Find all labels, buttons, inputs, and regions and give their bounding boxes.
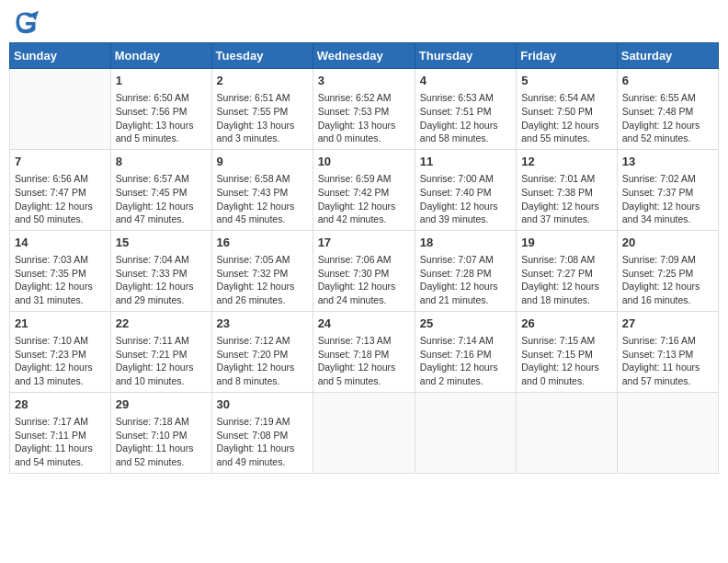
day-number: 6 <box>622 73 713 89</box>
calendar-day-cell: 28Sunrise: 7:17 AMSunset: 7:11 PMDayligh… <box>10 392 111 473</box>
day-info: Sunrise: 7:18 AMSunset: 7:10 PMDaylight:… <box>116 415 207 469</box>
calendar-week-row: 7Sunrise: 6:56 AMSunset: 7:47 PMDaylight… <box>10 149 719 230</box>
calendar-week-row: 28Sunrise: 7:17 AMSunset: 7:11 PMDayligh… <box>10 392 719 473</box>
calendar-day-cell: 1Sunrise: 6:50 AMSunset: 7:56 PMDaylight… <box>110 69 211 150</box>
calendar: SundayMondayTuesdayWednesdayThursdayFrid… <box>9 42 719 474</box>
day-info: Sunrise: 7:15 AMSunset: 7:15 PMDaylight:… <box>521 334 612 388</box>
day-number: 24 <box>318 316 410 332</box>
day-number: 30 <box>217 396 308 413</box>
weekday-header: Thursday <box>415 43 516 69</box>
calendar-day-cell: 12Sunrise: 7:01 AMSunset: 7:38 PMDayligh… <box>517 149 618 230</box>
day-info: Sunrise: 7:07 AMSunset: 7:28 PMDaylight:… <box>420 253 511 307</box>
day-number: 16 <box>217 235 308 251</box>
day-info: Sunrise: 7:11 AMSunset: 7:21 PMDaylight:… <box>116 334 207 388</box>
day-number: 27 <box>622 316 713 332</box>
day-number: 25 <box>420 316 511 332</box>
day-info: Sunrise: 7:01 AMSunset: 7:38 PMDaylight:… <box>521 172 612 226</box>
day-number: 18 <box>420 235 511 251</box>
calendar-day-cell: 14Sunrise: 7:03 AMSunset: 7:35 PMDayligh… <box>10 230 111 311</box>
day-info: Sunrise: 7:14 AMSunset: 7:16 PMDaylight:… <box>420 334 511 388</box>
day-info: Sunrise: 7:10 AMSunset: 7:23 PMDaylight:… <box>15 334 106 388</box>
calendar-day-cell: 18Sunrise: 7:07 AMSunset: 7:28 PMDayligh… <box>415 230 516 311</box>
logo-icon <box>13 9 39 35</box>
weekday-header: Tuesday <box>211 43 313 69</box>
calendar-day-cell: 30Sunrise: 7:19 AMSunset: 7:08 PMDayligh… <box>211 392 313 473</box>
day-number: 23 <box>217 316 308 332</box>
calendar-day-cell: 26Sunrise: 7:15 AMSunset: 7:15 PMDayligh… <box>517 311 618 392</box>
calendar-day-cell: 29Sunrise: 7:18 AMSunset: 7:10 PMDayligh… <box>110 392 211 473</box>
calendar-day-cell: 13Sunrise: 7:02 AMSunset: 7:37 PMDayligh… <box>617 149 718 230</box>
day-info: Sunrise: 6:55 AMSunset: 7:48 PMDaylight:… <box>622 91 713 145</box>
calendar-day-cell: 23Sunrise: 7:12 AMSunset: 7:20 PMDayligh… <box>211 311 313 392</box>
calendar-day-cell: 19Sunrise: 7:08 AMSunset: 7:27 PMDayligh… <box>517 230 618 311</box>
calendar-day-cell: 2Sunrise: 6:51 AMSunset: 7:55 PMDaylight… <box>211 69 313 150</box>
calendar-day-cell: 10Sunrise: 6:59 AMSunset: 7:42 PMDayligh… <box>313 149 415 230</box>
day-number: 28 <box>15 396 106 413</box>
calendar-day-cell: 9Sunrise: 6:58 AMSunset: 7:43 PMDaylight… <box>211 149 313 230</box>
calendar-day-cell: 21Sunrise: 7:10 AMSunset: 7:23 PMDayligh… <box>10 311 111 392</box>
calendar-day-cell: 16Sunrise: 7:05 AMSunset: 7:32 PMDayligh… <box>211 230 313 311</box>
day-number: 11 <box>420 154 511 170</box>
day-info: Sunrise: 7:09 AMSunset: 7:25 PMDaylight:… <box>622 253 713 307</box>
day-info: Sunrise: 6:51 AMSunset: 7:55 PMDaylight:… <box>217 91 308 145</box>
day-number: 9 <box>217 154 308 170</box>
day-number: 21 <box>15 316 106 332</box>
day-info: Sunrise: 6:54 AMSunset: 7:50 PMDaylight:… <box>521 91 612 145</box>
day-number: 19 <box>521 235 612 251</box>
day-info: Sunrise: 7:03 AMSunset: 7:35 PMDaylight:… <box>15 253 106 307</box>
calendar-header-row: SundayMondayTuesdayWednesdayThursdayFrid… <box>10 43 719 69</box>
calendar-day-cell <box>415 392 516 473</box>
calendar-day-cell <box>517 392 618 473</box>
calendar-day-cell: 3Sunrise: 6:52 AMSunset: 7:53 PMDaylight… <box>313 69 415 150</box>
calendar-day-cell: 7Sunrise: 6:56 AMSunset: 7:47 PMDaylight… <box>10 149 111 230</box>
calendar-week-row: 14Sunrise: 7:03 AMSunset: 7:35 PMDayligh… <box>10 230 719 311</box>
day-info: Sunrise: 7:17 AMSunset: 7:11 PMDaylight:… <box>15 415 106 469</box>
calendar-day-cell: 6Sunrise: 6:55 AMSunset: 7:48 PMDaylight… <box>617 69 718 150</box>
day-number: 20 <box>622 235 713 251</box>
day-number: 22 <box>116 316 207 332</box>
weekday-header: Sunday <box>10 43 111 69</box>
day-info: Sunrise: 6:50 AMSunset: 7:56 PMDaylight:… <box>116 91 207 145</box>
day-info: Sunrise: 7:04 AMSunset: 7:33 PMDaylight:… <box>116 253 207 307</box>
weekday-header: Monday <box>110 43 211 69</box>
day-info: Sunrise: 7:12 AMSunset: 7:20 PMDaylight:… <box>217 334 308 388</box>
day-info: Sunrise: 7:06 AMSunset: 7:30 PMDaylight:… <box>318 253 410 307</box>
day-info: Sunrise: 7:00 AMSunset: 7:40 PMDaylight:… <box>420 172 511 226</box>
day-number: 3 <box>318 73 410 89</box>
weekday-header: Wednesday <box>313 43 415 69</box>
day-number: 2 <box>217 73 308 89</box>
day-number: 17 <box>318 235 410 251</box>
calendar-day-cell: 11Sunrise: 7:00 AMSunset: 7:40 PMDayligh… <box>415 149 516 230</box>
day-info: Sunrise: 7:08 AMSunset: 7:27 PMDaylight:… <box>521 253 612 307</box>
day-number: 5 <box>521 73 612 89</box>
day-info: Sunrise: 6:53 AMSunset: 7:51 PMDaylight:… <box>420 91 511 145</box>
day-number: 12 <box>521 154 612 170</box>
calendar-day-cell: 4Sunrise: 6:53 AMSunset: 7:51 PMDaylight… <box>415 69 516 150</box>
weekday-header: Friday <box>517 43 618 69</box>
calendar-day-cell: 5Sunrise: 6:54 AMSunset: 7:50 PMDaylight… <box>517 69 618 150</box>
calendar-day-cell: 8Sunrise: 6:57 AMSunset: 7:45 PMDaylight… <box>110 149 211 230</box>
day-number: 13 <box>622 154 713 170</box>
day-number: 1 <box>116 73 207 89</box>
day-info: Sunrise: 7:02 AMSunset: 7:37 PMDaylight:… <box>622 172 713 226</box>
calendar-day-cell: 24Sunrise: 7:13 AMSunset: 7:18 PMDayligh… <box>313 311 415 392</box>
day-number: 10 <box>318 154 410 170</box>
day-info: Sunrise: 7:16 AMSunset: 7:13 PMDaylight:… <box>622 334 713 388</box>
calendar-week-row: 21Sunrise: 7:10 AMSunset: 7:23 PMDayligh… <box>10 311 719 392</box>
calendar-day-cell <box>617 392 718 473</box>
day-number: 8 <box>116 154 207 170</box>
day-info: Sunrise: 6:56 AMSunset: 7:47 PMDaylight:… <box>15 172 106 226</box>
calendar-day-cell: 20Sunrise: 7:09 AMSunset: 7:25 PMDayligh… <box>617 230 718 311</box>
day-info: Sunrise: 6:59 AMSunset: 7:42 PMDaylight:… <box>318 172 410 226</box>
calendar-day-cell <box>10 69 111 150</box>
day-number: 15 <box>116 235 207 251</box>
calendar-day-cell: 15Sunrise: 7:04 AMSunset: 7:33 PMDayligh… <box>110 230 211 311</box>
calendar-week-row: 1Sunrise: 6:50 AMSunset: 7:56 PMDaylight… <box>10 69 719 150</box>
day-number: 4 <box>420 73 511 89</box>
calendar-day-cell <box>313 392 415 473</box>
calendar-day-cell: 17Sunrise: 7:06 AMSunset: 7:30 PMDayligh… <box>313 230 415 311</box>
day-number: 26 <box>521 316 612 332</box>
day-number: 7 <box>15 154 106 170</box>
day-number: 14 <box>15 235 106 251</box>
day-info: Sunrise: 7:19 AMSunset: 7:08 PMDaylight:… <box>217 415 308 469</box>
